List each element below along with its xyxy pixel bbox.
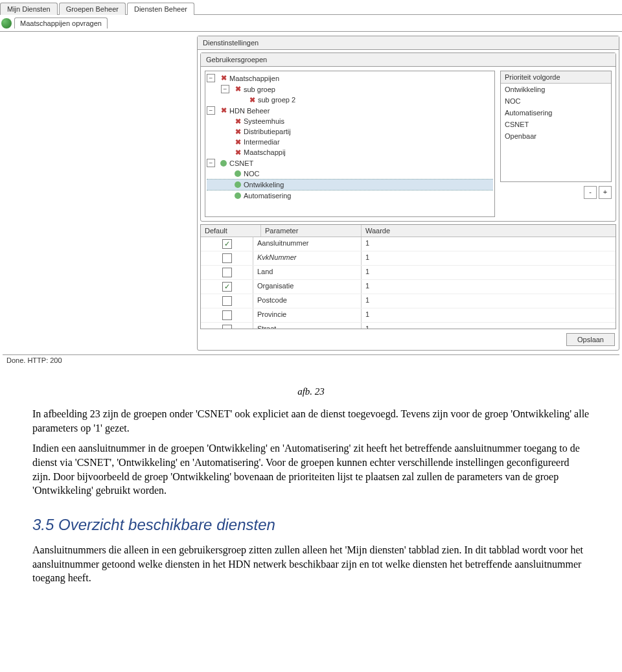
tree-item-label: Automatisering xyxy=(244,192,291,200)
tree-item-label: Ontwikkeling xyxy=(244,181,284,189)
tree-item[interactable]: ✖Distributiepartij xyxy=(207,126,493,137)
param-value: 1 xyxy=(361,280,616,294)
priority-item[interactable]: NOC xyxy=(501,95,611,107)
checkbox[interactable] xyxy=(222,268,232,277)
priority-down-button[interactable]: - xyxy=(584,186,597,199)
panel-title-settings: Dienstinstellingen xyxy=(198,36,619,50)
checkbox[interactable] xyxy=(222,325,232,329)
param-value: 1 xyxy=(361,266,616,279)
doc-paragraph: Indien een aansluitnummer in de groepen … xyxy=(32,441,590,497)
param-name: Provincie xyxy=(253,308,361,322)
params-header: Default Parameter Waarde xyxy=(201,225,616,237)
remove-icon: ✖ xyxy=(248,96,256,104)
remove-icon: ✖ xyxy=(234,128,242,135)
remove-icon: ✖ xyxy=(234,148,242,156)
tab-diensten-beheer[interactable]: Diensten Beheer xyxy=(127,3,194,15)
table-row[interactable]: Postcode1 xyxy=(201,294,616,308)
param-value: 1 xyxy=(361,308,616,322)
priority-item[interactable]: Automatisering xyxy=(501,107,611,119)
tree-item-label: sub groep 2 xyxy=(258,96,295,104)
table-row[interactable]: ✓Organisatie1 xyxy=(201,280,616,294)
tree-toggle-icon[interactable]: − xyxy=(207,106,215,115)
tab-groepen-beheer[interactable]: Groepen Beheer xyxy=(59,3,126,15)
tree-toggle-icon[interactable]: − xyxy=(207,74,215,82)
remove-icon: ✖ xyxy=(220,107,227,115)
tree-item-label: Maatschappij xyxy=(244,148,286,156)
globe-icon xyxy=(1,18,12,29)
checkbox[interactable] xyxy=(222,253,232,263)
param-value: 1 xyxy=(361,323,616,329)
panel-dienstinstellingen: Dienstinstellingen Gebruikersgroepen −✖M… xyxy=(197,36,619,351)
tree-item-label: Maatschappijen xyxy=(229,75,279,82)
priority-item[interactable]: CSNET xyxy=(501,119,611,130)
checkbox[interactable] xyxy=(222,296,232,306)
param-value: 1 xyxy=(361,237,616,251)
remove-icon: ✖ xyxy=(220,75,227,82)
table-row[interactable]: Straat1 xyxy=(201,323,616,329)
document-body: afb. 23 In afbeelding 23 zijn de groepen… xyxy=(0,365,622,605)
table-row[interactable]: KvkNummer1 xyxy=(201,251,616,266)
tree-item[interactable]: ✖Intermediar xyxy=(207,137,493,147)
col-value-header: Waarde xyxy=(361,225,616,237)
param-name: Land xyxy=(253,266,361,279)
tree-item-label: Intermediar xyxy=(244,138,280,146)
tree-item-label: Systeemhuis xyxy=(244,117,284,125)
param-name: Straat xyxy=(253,323,361,329)
tree-item-label: NOC xyxy=(244,170,259,178)
param-name: Organisatie xyxy=(253,280,361,294)
groups-tree[interactable]: −✖Maatschappijen−✖sub groep✖sub groep 2−… xyxy=(205,71,495,217)
tree-item[interactable]: −CSNET xyxy=(207,157,493,168)
remove-icon: ✖ xyxy=(234,86,242,93)
active-icon xyxy=(220,160,227,167)
doc-paragraph: In afbeelding 23 zijn de groepen onder '… xyxy=(32,407,590,435)
tree-item[interactable]: Automatisering xyxy=(207,191,493,201)
doc-heading: 3.5 Overzicht beschikbare diensten xyxy=(32,515,590,535)
status-bar: Done. HTTP: 200 xyxy=(3,354,619,365)
main-tabs: Mijn Diensten Groepen Beheer Diensten Be… xyxy=(0,3,622,15)
params-table[interactable]: Default Parameter Waarde ✓Aansluitnummer… xyxy=(200,224,616,329)
tree-item-label: HDN Beheer xyxy=(229,107,270,115)
param-value: 1 xyxy=(361,251,616,265)
active-icon xyxy=(235,170,241,177)
subtab-bar: Maatschappijen opvragen xyxy=(0,15,622,32)
tree-item[interactable]: NOC xyxy=(207,168,493,179)
tree-item[interactable]: ✖Systeemhuis xyxy=(207,116,493,126)
page-label[interactable]: Maatschappijen opvragen xyxy=(14,17,108,29)
tree-item[interactable]: Ontwikkeling xyxy=(207,179,493,191)
tree-toggle-icon[interactable]: − xyxy=(207,159,215,167)
priority-item[interactable]: Openbaar xyxy=(501,130,611,142)
figure-caption: afb. 23 xyxy=(32,385,590,398)
table-row[interactable]: Land1 xyxy=(201,266,616,280)
table-row[interactable]: ✓Aansluitnummer1 xyxy=(201,237,616,251)
col-param-header: Parameter xyxy=(260,225,361,237)
priority-list[interactable]: Prioriteit volgorde Ontwikkeling NOC Aut… xyxy=(500,71,612,182)
panel-gebruikersgroepen: Gebruikersgroepen −✖Maatschappijen−✖sub … xyxy=(200,52,616,222)
param-name: Aansluitnummer xyxy=(253,237,361,251)
param-name: KvkNummer xyxy=(253,251,361,265)
tree-item[interactable]: ✖sub groep 2 xyxy=(207,95,493,105)
col-default-header: Default xyxy=(201,225,260,237)
tab-mijn-diensten[interactable]: Mijn Diensten xyxy=(0,3,58,15)
checkbox[interactable] xyxy=(222,310,232,320)
tree-item[interactable]: −✖sub groep xyxy=(207,84,493,95)
tree-toggle-icon[interactable]: − xyxy=(221,85,229,93)
tree-item-label: Distributiepartij xyxy=(244,128,291,135)
tree-item-label: CSNET xyxy=(229,159,253,167)
tree-item-label: sub groep xyxy=(244,86,275,93)
checkbox[interactable]: ✓ xyxy=(222,239,232,249)
tree-item[interactable]: −✖Maatschappijen xyxy=(207,73,493,84)
checkbox[interactable]: ✓ xyxy=(222,282,232,292)
priority-header: Prioriteit volgorde xyxy=(501,71,611,84)
priority-item[interactable]: Ontwikkeling xyxy=(501,84,611,95)
remove-icon: ✖ xyxy=(234,138,242,146)
param-name: Postcode xyxy=(253,294,361,308)
tree-item[interactable]: ✖Maatschappij xyxy=(207,147,493,157)
active-icon xyxy=(235,181,241,188)
save-button[interactable]: Opslaan xyxy=(566,333,615,346)
table-row[interactable]: Provincie1 xyxy=(201,308,616,323)
active-icon xyxy=(235,192,241,199)
priority-up-button[interactable]: + xyxy=(599,186,612,199)
remove-icon: ✖ xyxy=(234,117,242,125)
param-value: 1 xyxy=(361,294,616,308)
tree-item[interactable]: −✖HDN Beheer xyxy=(207,105,493,116)
